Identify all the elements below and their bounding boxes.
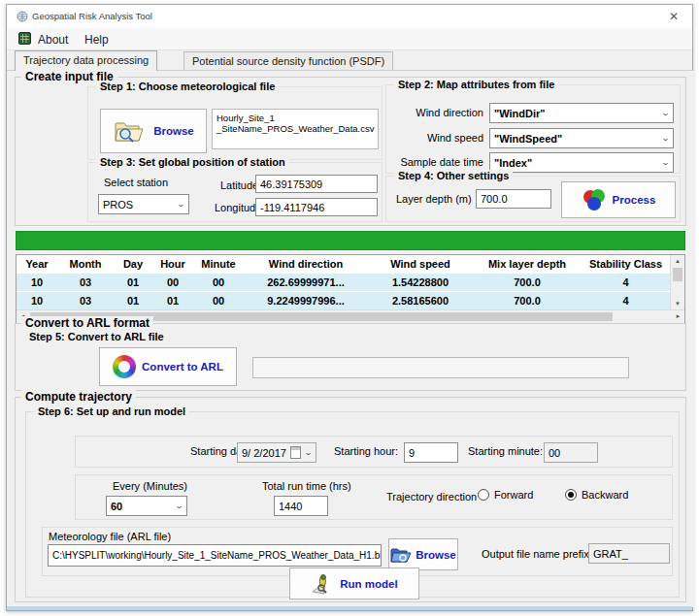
tab-trajectory-data-processing[interactable]: Trajectory data processing	[15, 50, 157, 71]
output-prefix-input[interactable]: GRAT_	[588, 543, 670, 564]
step1-title: Step 1: Choose meteorological file	[96, 81, 279, 92]
app-window: Geospatial Risk Analysis Tool ✕ About He…	[6, 4, 693, 611]
wind-direction-dropdown[interactable]: "WindDir" ⌄	[489, 103, 674, 123]
table-row[interactable]: 10 03 01 00 00 262.69999971... 1.5422880…	[17, 273, 670, 291]
menu-help[interactable]: Help	[81, 31, 113, 49]
col-stability-class: Stability Class	[582, 258, 670, 270]
chevron-down-icon: ⌄	[177, 200, 185, 209]
convert-progress-bar	[252, 357, 629, 378]
cell: 700.0	[473, 295, 582, 307]
scroll-down-icon[interactable]: ▼	[671, 298, 684, 309]
step1-browse-button[interactable]: Browse	[100, 109, 207, 153]
table-row[interactable]: 10 03 01 01 00 9.2249997996... 2.5816560…	[17, 291, 670, 309]
step3-box: Step 3: Set global position of station S…	[87, 162, 383, 222]
forward-radio[interactable]: Forward	[478, 489, 533, 501]
chevron-down-icon: ⌄	[661, 109, 670, 117]
starting-minute-input[interactable]: 00	[544, 442, 598, 463]
about-menu-icon	[18, 32, 31, 45]
met-file-input[interactable]: C:\HYSPLIT\working\Hourly_Site_1_SiteNam…	[48, 544, 382, 567]
sample-date-time-value: "Index"	[494, 157, 532, 169]
chevron-down-icon: ⌄	[661, 158, 670, 167]
cell: 00	[152, 276, 193, 288]
table-vertical-scrollbar[interactable]: ▲ ▼	[670, 255, 684, 309]
run-settings-panel: Every (Minutes) 60 ⌄ Total run time (hrs…	[75, 474, 673, 520]
sample-date-time-label: Sample date time	[386, 156, 483, 168]
run-model-label: Run model	[340, 578, 397, 590]
met-file-label: Meteorology file (ARL file)	[49, 531, 171, 542]
step3-title: Step 3: Set global position of station	[96, 156, 289, 168]
starting-date-picker[interactable]: 9/ 2/2017 ⌄	[237, 442, 316, 463]
menu-bar: About Help	[7, 28, 692, 50]
step6-title: Step 6: Set up and run model	[34, 405, 189, 417]
cell: 10	[17, 276, 57, 288]
create-input-group: Create input file Step 1: Choose meteoro…	[15, 77, 686, 226]
cell: 4	[582, 295, 670, 307]
longitude-input[interactable]: -119.4117946	[255, 198, 378, 216]
wind-speed-label: Wind speed	[386, 132, 483, 144]
tab-strip: Trajectory data processing Potential sou…	[7, 50, 692, 70]
convert-to-arl-button[interactable]: Convert to ARL	[99, 347, 237, 386]
rgb-circles-icon	[582, 188, 607, 211]
menu-about[interactable]: About	[34, 31, 72, 49]
latitude-input[interactable]: 46.39175309	[255, 175, 378, 193]
run-model-button[interactable]: Run model	[289, 567, 419, 600]
cell: 1.54228800	[368, 276, 473, 288]
starting-hour-value: 9	[409, 447, 415, 459]
scroll-right-icon[interactable]: ►	[672, 310, 684, 323]
latitude-label: Latitude	[220, 179, 258, 191]
process-button[interactable]: Process	[561, 181, 676, 218]
backward-radio[interactable]: Backward	[565, 489, 628, 501]
col-year: Year	[17, 258, 57, 270]
col-month: Month	[57, 258, 114, 270]
tab-psdf[interactable]: Potential source density function (PSDF)	[183, 51, 393, 71]
starting-minute-value: 00	[549, 447, 560, 459]
starting-hour-input[interactable]: 9	[404, 442, 458, 463]
title-bar: Geospatial Risk Analysis Tool ✕	[7, 5, 692, 28]
total-run-time-value: 1440	[279, 501, 302, 512]
backward-label: Backward	[582, 489, 628, 501]
step2-title: Step 2: Map attributes from file	[394, 79, 558, 90]
starting-minute-label: Starting minute:	[468, 445, 543, 457]
cell: 2.58165600	[368, 295, 473, 307]
convert-arl-group: Convert to ARL format Step 5: Convert to…	[15, 323, 686, 391]
select-station-label: Select station	[104, 177, 168, 188]
chevron-down-icon: ⌄	[304, 448, 313, 457]
col-wind-speed: Wind speed	[368, 258, 473, 270]
step1-browse-label: Browse	[153, 125, 194, 137]
table-header-row: Year Month Day Hour Minute Wind directio…	[17, 255, 670, 273]
every-minutes-dropdown[interactable]: 60 ⌄	[106, 496, 187, 516]
weather-data-table: Year Month Day Hour Minute Wind directio…	[16, 254, 685, 324]
step6-box: Step 6: Set up and run model Starting da…	[25, 411, 680, 598]
trajectory-direction-label: Trajectory direction	[386, 491, 477, 503]
wind-speed-dropdown[interactable]: "WindSpeed" ⌄	[489, 128, 674, 148]
every-minutes-label: Every (Minutes)	[113, 480, 187, 492]
cell: 03	[57, 295, 114, 307]
output-prefix-value: GRAT_	[593, 548, 628, 560]
cell: 9.2249997996...	[244, 295, 368, 307]
wind-direction-label: Wind direction	[386, 107, 483, 118]
cell: 00	[193, 295, 244, 307]
every-minutes-value: 60	[111, 501, 122, 512]
forward-label: Forward	[494, 489, 533, 501]
convert-arl-title: Convert to ARL format	[21, 316, 153, 330]
total-run-time-label: Total run time (hrs)	[262, 480, 351, 492]
chevron-down-icon: ⌄	[661, 134, 670, 143]
window-bottom-edge	[7, 606, 692, 610]
step4-box: Step 4: Other settings Layer depth (m) 7…	[385, 176, 681, 222]
close-icon[interactable]: ✕	[659, 7, 688, 26]
processing-progress-bar	[16, 231, 685, 250]
vertical-scroll-thumb[interactable]	[673, 268, 682, 281]
longitude-value: -119.4117946	[260, 202, 324, 213]
station-dropdown[interactable]: PROS ⌄	[98, 194, 189, 214]
scroll-up-icon[interactable]: ▲	[671, 255, 684, 267]
col-minute: Minute	[193, 258, 244, 270]
cell: 262.69999971...	[244, 276, 368, 288]
step1-file-display: Hourly_Site_1 _SiteName_PROS_Weather_Dat…	[212, 109, 379, 149]
total-run-time-input[interactable]: 1440	[274, 496, 328, 516]
arl-browse-button[interactable]: Browse	[388, 538, 458, 570]
layer-depth-value: 700.0	[481, 193, 508, 205]
layer-depth-input[interactable]: 700.0	[476, 189, 551, 209]
station-value: PROS	[103, 199, 133, 211]
tab-panel: Create input file Step 1: Choose meteoro…	[7, 70, 694, 607]
sample-date-time-dropdown[interactable]: "Index" ⌄	[489, 152, 674, 173]
